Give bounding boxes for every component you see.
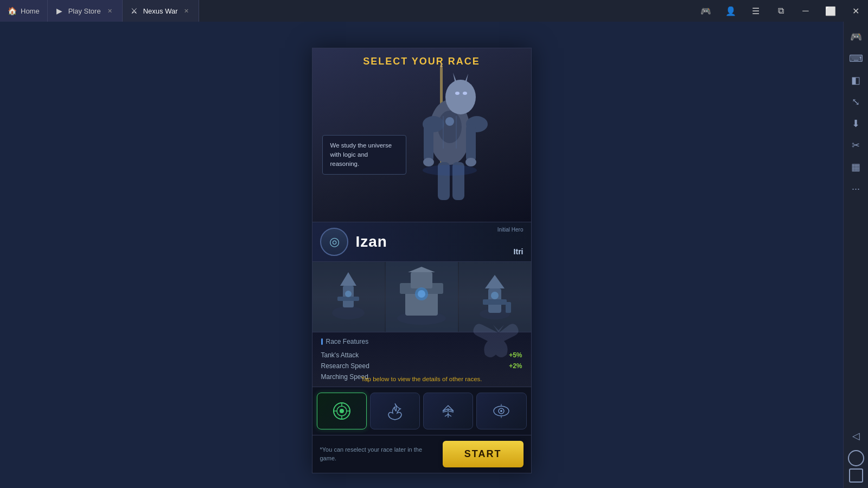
svg-rect-13 (466, 124, 476, 162)
race-selector (312, 387, 531, 435)
race-emblem: ◎ (314, 222, 354, 262)
playstore-icon: ▶ (55, 7, 64, 15)
race-description-text: We study the universe with logic and rea… (330, 142, 392, 168)
close-btn[interactable]: ✕ (843, 0, 868, 22)
minimize-btn[interactable]: ─ (793, 0, 818, 22)
recents-nav-icon[interactable] (849, 468, 863, 483)
svg-rect-24 (337, 297, 359, 301)
tab-nexuswar-label: Nexus War (143, 7, 178, 15)
svg-rect-36 (483, 299, 507, 305)
svg-point-15 (465, 158, 476, 166)
race-description-tooltip: We study the universe with logic and rea… (322, 135, 406, 175)
title-bar: 🏠 Home ▶ Play Store ✕ ⚔ Nexus War ✕ 🎮 👤 … (0, 0, 868, 22)
race-btn-fire[interactable] (370, 393, 420, 429)
gamepad-btn[interactable]: 🎮 (693, 0, 718, 22)
svg-point-37 (491, 292, 499, 299)
tab-playstore-label: Play Store (68, 7, 101, 15)
svg-point-48 (500, 410, 502, 412)
svg-marker-1 (440, 62, 443, 67)
gamepad-icon[interactable]: 🎮 (846, 27, 866, 47)
download-icon[interactable]: ⬇ (846, 114, 866, 133)
account-btn[interactable]: 👤 (718, 0, 743, 22)
unit-left (312, 262, 385, 332)
restore-btn[interactable]: ⧉ (768, 0, 793, 22)
broadcast-icon[interactable]: ◧ (846, 70, 866, 90)
race-name-bar: ◎ Izan Initial Hero Itri (312, 222, 531, 262)
svg-rect-29 (411, 272, 432, 288)
svg-point-4 (445, 117, 454, 126)
svg-point-41 (340, 409, 344, 413)
screenshot-icon[interactable]: ⤡ (846, 92, 866, 112)
feature-research-name: Research Speed (321, 362, 369, 370)
race-btn-eagle[interactable] (423, 393, 473, 429)
menu-btn[interactable]: ☰ (743, 0, 768, 22)
tab-playstore[interactable]: ▶ Play Store ✕ (48, 0, 123, 22)
svg-rect-38 (506, 302, 511, 313)
feature-tank-name: Tank's Attack (321, 351, 359, 359)
tab-playstore-close[interactable]: ✕ (105, 7, 114, 16)
dragon-watermark (471, 319, 526, 370)
nexuswar-icon: ⚔ (130, 7, 139, 15)
tab-home[interactable]: 🏠 Home (0, 0, 48, 22)
cut-icon[interactable]: ✂ (846, 136, 866, 155)
svg-point-5 (445, 80, 476, 114)
maximize-btn[interactable]: ⬜ (818, 0, 843, 22)
svg-point-8 (455, 92, 459, 95)
race-emblem-symbol: ◎ (329, 235, 339, 249)
window-controls: 🎮 👤 ☰ ⧉ ─ ⬜ ✕ (693, 0, 868, 22)
race-name: Izan (356, 233, 387, 251)
features-title-text: Race Features (326, 338, 369, 345)
race-btn-izan[interactable] (317, 393, 367, 429)
right-sidebar: 🎮 ⌨ ◧ ⤡ ⬇ ✂ ▦ ··· ◁ (843, 22, 868, 488)
svg-marker-35 (485, 275, 505, 288)
game-panel: SELECT YOUR RACE (312, 48, 532, 473)
tab-nexuswar[interactable]: ⚔ Nexus War ✕ (123, 0, 200, 22)
svg-point-20 (423, 165, 477, 176)
layout-icon[interactable]: ▦ (846, 157, 866, 177)
tab-nexuswar-close[interactable]: ✕ (182, 7, 191, 16)
race-features: Race Features Tank's Attack +5% Research… (312, 332, 531, 387)
svg-point-32 (418, 290, 425, 298)
svg-rect-12 (424, 124, 433, 162)
svg-point-21 (332, 306, 365, 319)
more-icon[interactable]: ··· (846, 179, 866, 198)
svg-marker-30 (408, 267, 435, 272)
tap-hint: Tap below to view the details of other r… (312, 376, 531, 382)
hero-area: SELECT YOUR RACE (312, 48, 531, 222)
race-btn-eye[interactable] (476, 393, 526, 429)
svg-point-14 (423, 158, 434, 166)
initial-hero-name: Itri (514, 247, 524, 256)
unit-center (386, 262, 458, 332)
main-area: SELECT YOUR RACE (0, 22, 843, 488)
reselect-note: *You can reselect your race later in the… (320, 445, 435, 463)
bottom-bar: *You can reselect your race later in the… (312, 435, 531, 473)
initial-hero-label: Initial Hero (497, 227, 524, 233)
svg-point-9 (463, 92, 467, 95)
home-nav-icon[interactable] (848, 450, 864, 466)
home-icon: 🏠 (8, 7, 16, 15)
start-button[interactable]: START (443, 441, 524, 467)
svg-point-25 (345, 291, 352, 297)
keyboard-icon[interactable]: ⌨ (846, 49, 866, 68)
tab-home-label: Home (21, 7, 40, 15)
svg-marker-23 (340, 272, 356, 286)
back-nav-icon[interactable]: ◁ (846, 426, 866, 446)
character-figure (401, 59, 499, 211)
